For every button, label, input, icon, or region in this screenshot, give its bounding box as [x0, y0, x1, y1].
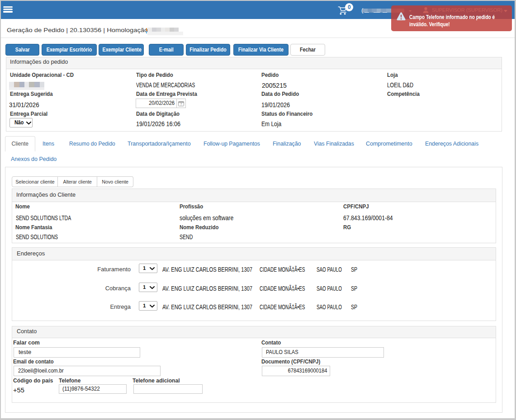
svg-text:7: 7 — [180, 103, 182, 106]
